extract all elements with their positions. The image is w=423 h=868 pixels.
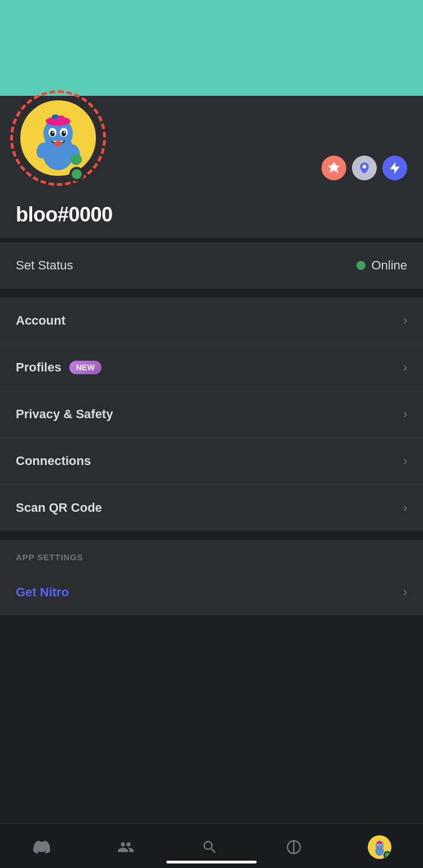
profiles-chevron-icon: › bbox=[403, 360, 407, 375]
svg-point-25 bbox=[378, 845, 378, 846]
nav-item-search[interactable] bbox=[188, 834, 231, 861]
menu-item-profiles[interactable]: Profiles NEW › bbox=[0, 344, 423, 391]
nav-avatar bbox=[368, 835, 391, 859]
compass-icon bbox=[284, 837, 304, 857]
svg-point-20 bbox=[378, 841, 380, 842]
speed-badge bbox=[382, 156, 407, 180]
menu-item-get-nitro-left: Get Nitro bbox=[16, 585, 69, 600]
account-chevron-icon: › bbox=[403, 313, 407, 328]
nav-item-home[interactable] bbox=[20, 834, 63, 861]
profile-section: bloo#0000 bbox=[0, 96, 423, 238]
menu-item-get-nitro[interactable]: Get Nitro › bbox=[0, 569, 423, 615]
avatar-circle bbox=[16, 96, 100, 180]
status-text: Online bbox=[371, 258, 407, 273]
username: bloo#0000 bbox=[16, 203, 113, 226]
discord-home-icon bbox=[32, 837, 52, 857]
search-icon bbox=[200, 837, 220, 857]
menu-item-privacy-left: Privacy & Safety bbox=[16, 407, 113, 422]
svg-point-27 bbox=[378, 848, 381, 849]
set-status-row[interactable]: Set Status Online bbox=[0, 242, 423, 289]
app-settings-section: APP SETTINGS Get Nitro › bbox=[0, 540, 423, 615]
privacy-chevron-icon: › bbox=[403, 407, 407, 422]
section-divider-3 bbox=[0, 531, 423, 535]
svg-point-15 bbox=[363, 165, 367, 169]
menu-item-scan-qr[interactable]: Scan QR Code › bbox=[0, 485, 423, 531]
menu-item-profiles-left: Profiles NEW bbox=[16, 360, 102, 375]
menu-item-connections-left: Connections bbox=[16, 454, 91, 468]
svg-point-11 bbox=[54, 141, 62, 147]
svg-point-9 bbox=[52, 132, 54, 134]
get-nitro-chevron-icon: › bbox=[403, 585, 407, 600]
svg-point-13 bbox=[70, 154, 82, 165]
friends-icon bbox=[116, 837, 136, 857]
online-dot bbox=[356, 261, 365, 270]
status-online-indicator: Online bbox=[356, 258, 407, 273]
svg-point-4 bbox=[52, 114, 59, 119]
app-settings-header: APP SETTINGS bbox=[0, 540, 423, 569]
svg-point-8 bbox=[61, 131, 66, 136]
nav-item-friends[interactable] bbox=[104, 834, 147, 861]
menu-item-account-left: Account bbox=[16, 313, 65, 328]
connections-chevron-icon: › bbox=[403, 454, 407, 468]
bottom-spacer bbox=[0, 615, 423, 672]
menu-item-account[interactable]: Account › bbox=[0, 298, 423, 344]
menu-item-privacy[interactable]: Privacy & Safety › bbox=[0, 391, 423, 438]
nav-item-mentions[interactable] bbox=[272, 834, 315, 861]
badges-row bbox=[321, 156, 407, 186]
home-indicator bbox=[166, 861, 257, 863]
nitro-badge bbox=[321, 156, 346, 180]
svg-point-26 bbox=[381, 845, 381, 846]
privacy-label: Privacy & Safety bbox=[16, 407, 113, 422]
menu-section: Account › Profiles NEW › Privacy & Safet… bbox=[0, 298, 423, 531]
svg-point-23 bbox=[377, 845, 378, 847]
boost-badge bbox=[352, 156, 377, 180]
username-row: bloo#0000 bbox=[0, 197, 423, 238]
scan-qr-label: Scan QR Code bbox=[16, 501, 102, 515]
menu-item-scan-qr-left: Scan QR Code bbox=[16, 501, 102, 515]
avatar-image bbox=[24, 104, 92, 172]
connections-label: Connections bbox=[16, 454, 91, 468]
section-divider-top bbox=[0, 238, 423, 242]
app-settings-header-text: APP SETTINGS bbox=[16, 552, 83, 562]
svg-point-24 bbox=[380, 845, 381, 847]
avatar-wrapper[interactable] bbox=[16, 96, 106, 186]
scan-qr-chevron-icon: › bbox=[403, 501, 407, 515]
svg-point-10 bbox=[64, 132, 65, 134]
profiles-label: Profiles bbox=[16, 360, 61, 375]
avatar-row bbox=[0, 96, 423, 197]
svg-point-7 bbox=[50, 131, 55, 136]
set-status-label: Set Status bbox=[16, 258, 73, 273]
nav-item-profile[interactable] bbox=[356, 832, 403, 862]
section-divider-2 bbox=[0, 289, 423, 293]
new-badge: NEW bbox=[69, 361, 102, 374]
nav-avatar-status-dot bbox=[384, 851, 391, 859]
avatar-online-status bbox=[69, 167, 84, 181]
get-nitro-label: Get Nitro bbox=[16, 585, 69, 600]
account-label: Account bbox=[16, 313, 65, 328]
menu-item-connections[interactable]: Connections › bbox=[0, 438, 423, 485]
